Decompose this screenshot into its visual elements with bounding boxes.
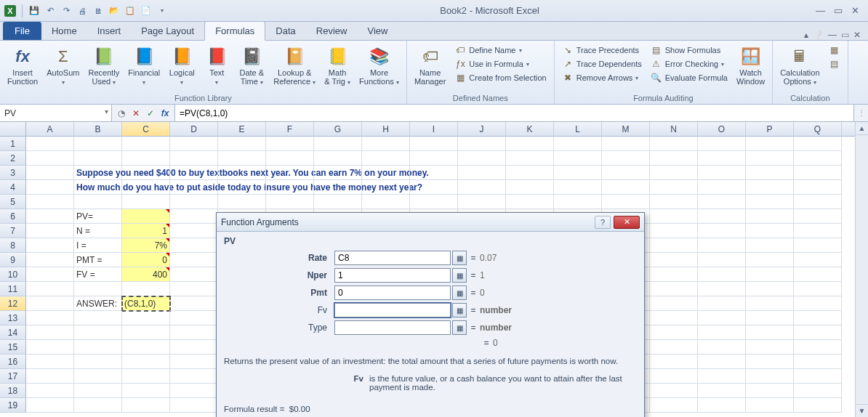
cell[interactable] (122, 195, 170, 209)
range-select-icon[interactable]: ▦ (452, 286, 467, 300)
cell[interactable] (698, 151, 746, 166)
row-header[interactable]: 14 (0, 325, 26, 340)
row-header[interactable]: 3 (0, 166, 26, 180)
cell[interactable] (122, 398, 170, 413)
cell[interactable] (794, 398, 842, 413)
cell[interactable] (314, 195, 362, 209)
remove-arrows-button[interactable]: ✖Remove Arrows ▾ (559, 71, 645, 84)
cell[interactable] (26, 195, 74, 209)
tab-home[interactable]: Home (41, 22, 87, 40)
col-header[interactable]: L (554, 122, 602, 136)
cell[interactable] (362, 195, 410, 209)
cell[interactable] (698, 355, 746, 369)
cell[interactable] (650, 224, 698, 238)
cell[interactable] (170, 195, 218, 209)
row-header[interactable]: 12 (0, 296, 26, 311)
cell[interactable] (746, 340, 794, 355)
tab-insert[interactable]: Insert (87, 22, 132, 40)
cell[interactable] (218, 137, 266, 151)
row-header[interactable]: 6 (0, 209, 26, 224)
error-checking-button[interactable]: ⚠Error Checking ▾ (648, 57, 731, 70)
cell[interactable] (698, 224, 746, 238)
cell[interactable] (170, 340, 218, 355)
col-header[interactable]: H (362, 122, 410, 136)
financial-button[interactable]: 📘Financial▾ (125, 44, 163, 92)
cell[interactable] (74, 151, 122, 166)
cell[interactable] (554, 166, 602, 180)
recently-used-button[interactable]: 📗Recently Used ▾ (85, 44, 122, 92)
cell[interactable] (26, 224, 74, 238)
chevron-down-icon[interactable]: ▾ (105, 108, 108, 116)
cell[interactable] (650, 325, 698, 340)
cell[interactable] (362, 166, 410, 180)
cell[interactable] (74, 340, 122, 355)
row-header[interactable]: 10 (0, 267, 26, 282)
col-header[interactable]: F (266, 122, 314, 136)
qat-icon-5[interactable]: 🗎 (92, 5, 104, 17)
cell[interactable] (410, 180, 458, 195)
cell[interactable] (26, 296, 74, 311)
cell[interactable] (26, 355, 74, 369)
cell[interactable] (74, 398, 122, 413)
cell[interactable] (74, 384, 122, 398)
help-icon[interactable]: ❔ (813, 30, 824, 40)
col-header[interactable]: M (602, 122, 650, 136)
cell[interactable] (698, 253, 746, 267)
col-header[interactable]: D (170, 122, 218, 136)
qat-icon-4[interactable]: 🖨 (76, 5, 88, 17)
cell[interactable] (458, 166, 506, 180)
col-header[interactable]: J (458, 122, 506, 136)
cell[interactable] (698, 209, 746, 224)
cell[interactable] (650, 151, 698, 166)
save-icon[interactable]: 💾 (28, 5, 40, 17)
cell[interactable] (650, 238, 698, 253)
doc-minimize-icon[interactable]: — (828, 30, 837, 40)
cell[interactable] (746, 209, 794, 224)
cell[interactable] (26, 311, 74, 325)
scroll-up-icon[interactable]: ▲ (856, 122, 868, 135)
tab-formulas[interactable]: Formulas (204, 21, 265, 41)
cell[interactable] (794, 253, 842, 267)
cell[interactable] (554, 137, 602, 151)
cell[interactable] (650, 137, 698, 151)
cell[interactable] (698, 369, 746, 384)
cell[interactable] (314, 151, 362, 166)
cell[interactable] (506, 166, 554, 180)
cell[interactable] (26, 282, 74, 296)
cell[interactable] (746, 253, 794, 267)
arg-input-type[interactable] (334, 320, 451, 335)
cell[interactable] (218, 195, 266, 209)
cell[interactable]: 400 (122, 267, 170, 282)
cell[interactable] (26, 209, 74, 224)
col-header[interactable]: C (122, 122, 170, 136)
cell[interactable] (794, 355, 842, 369)
qat-icon-7[interactable]: 📋 (124, 5, 136, 17)
cell[interactable] (698, 195, 746, 209)
name-manager-button[interactable]: 🏷Name Manager (411, 44, 449, 92)
row-header[interactable]: 9 (0, 253, 26, 267)
cell[interactable] (314, 180, 362, 195)
cell[interactable] (506, 180, 554, 195)
cell[interactable] (698, 166, 746, 180)
cell[interactable] (170, 137, 218, 151)
cell[interactable] (794, 180, 842, 195)
cell[interactable] (458, 180, 506, 195)
cell[interactable] (170, 180, 218, 195)
cell[interactable] (122, 384, 170, 398)
cell[interactable] (698, 267, 746, 282)
cell[interactable] (170, 253, 218, 267)
cell[interactable] (650, 166, 698, 180)
cell[interactable] (170, 384, 218, 398)
insert-function-button[interactable]: fxInsert Function (4, 44, 41, 92)
cell[interactable] (266, 180, 314, 195)
cell[interactable] (794, 224, 842, 238)
cell[interactable] (746, 195, 794, 209)
row-header[interactable]: 19 (0, 398, 26, 413)
cell[interactable] (554, 180, 602, 195)
cell[interactable] (602, 166, 650, 180)
cell[interactable]: 1 (122, 224, 170, 238)
cell[interactable] (746, 282, 794, 296)
arg-input-rate[interactable] (334, 251, 451, 265)
cell[interactable] (794, 384, 842, 398)
tab-review[interactable]: Review (306, 22, 358, 40)
